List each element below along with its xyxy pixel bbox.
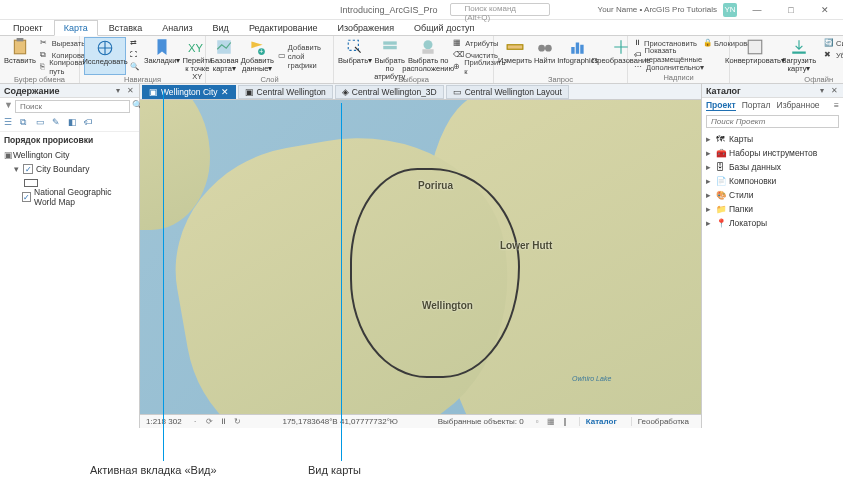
group-label-clipboard: Буфер обмена: [4, 75, 75, 84]
bottom-tab-catalog[interactable]: Каталог: [579, 417, 623, 426]
remove-button[interactable]: ✖Убрать: [822, 49, 843, 61]
label-view-icon[interactable]: 🏷: [84, 117, 96, 129]
label-icon: 🏷: [634, 50, 643, 60]
unplaced-button[interactable]: 🏷Показать неразмещённые: [632, 49, 725, 61]
ribbon-tab-edit[interactable]: Редактирование: [240, 21, 327, 35]
layer-city-boundary[interactable]: ▾✓City Boundary: [4, 162, 135, 176]
annotation-map-view: Вид карты: [308, 464, 361, 476]
paste-button[interactable]: Вставить: [4, 37, 36, 75]
select-button[interactable]: Выбрать▾: [338, 37, 372, 75]
close-tab-icon[interactable]: ✕: [221, 87, 229, 97]
catalog-tab-fav[interactable]: Избранное: [777, 100, 820, 111]
catalog-tab-project[interactable]: Проект: [706, 100, 736, 111]
more-labels-button[interactable]: ⋯Дополнительно▾: [632, 61, 725, 73]
constraint-icon[interactable]: ‖: [560, 416, 571, 427]
minimize-button[interactable]: —: [743, 1, 771, 19]
title-bar: Introducing_ArcGIS_Pro Поиск команд (Alt…: [0, 0, 843, 20]
checkbox-icon[interactable]: ✓: [22, 192, 31, 202]
select-by-attr-button[interactable]: Выбрать по атрибуту: [374, 37, 405, 75]
zoom-full[interactable]: ⛶: [128, 49, 142, 61]
download-map-button[interactable]: Загрузить карту▾: [778, 37, 820, 75]
snap-icon[interactable]: ▫: [532, 416, 543, 427]
bookmarks-button[interactable]: Закладки▾: [144, 37, 180, 75]
contents-options[interactable]: ▾: [113, 86, 123, 96]
rotation-icon[interactable]: ⟳: [204, 416, 215, 427]
catalog-options[interactable]: ▾: [817, 86, 827, 96]
edit-view-icon[interactable]: ✎: [52, 117, 64, 129]
svg-text:XY: XY: [188, 42, 204, 54]
grid-icon[interactable]: ▦: [546, 416, 557, 427]
catalog-menu-icon[interactable]: ≡: [834, 100, 839, 111]
filter-icon[interactable]: ▼: [4, 100, 13, 113]
svg-rect-19: [792, 52, 806, 54]
catalog-item-toolboxes[interactable]: ▸🧰Наборы инструментов: [706, 146, 839, 160]
add-data-button[interactable]: + Добавить данные▾: [241, 37, 274, 75]
ribbon-tab-insert[interactable]: Вставка: [100, 21, 151, 35]
convert-button[interactable]: Конвертировать▾: [734, 37, 776, 75]
catalog-item-folders[interactable]: ▸📁Папки: [706, 202, 839, 216]
view-tab-wellington-city[interactable]: ▣Wellington City✕: [142, 85, 236, 99]
layer-basemap[interactable]: ✓National Geographic World Map: [4, 190, 135, 204]
catalog-search[interactable]: [706, 115, 839, 128]
user-badge[interactable]: YN: [723, 3, 737, 17]
catalog-item-databases[interactable]: ▸🗄Базы данных: [706, 160, 839, 174]
catalog-close[interactable]: ✕: [829, 86, 839, 96]
sync-button[interactable]: 🔄Синхронизировать: [822, 37, 843, 49]
view-tab-central-wellington[interactable]: ▣Central Wellington: [238, 85, 333, 99]
contents-pane: Содержание ▾✕ ▼ 🔍 ☰ ⧉ ▭ ✎ ◧ 🏷 Порядок пр…: [0, 84, 140, 428]
catalog-item-styles[interactable]: ▸🎨Стили: [706, 188, 839, 202]
draw-order-icon[interactable]: ☰: [4, 117, 16, 129]
ribbon-tab-analysis[interactable]: Анализ: [153, 21, 201, 35]
catalog-tabs: Проект Портал Избранное ≡: [702, 98, 843, 113]
map-view[interactable]: Wellington Porirua Lower Hutt Owhiro Lak…: [140, 100, 701, 414]
bottom-tab-geoprocessing[interactable]: Геообработка: [631, 417, 695, 426]
group-label-navigate: Навигация: [84, 75, 201, 84]
catalog-tab-portal[interactable]: Портал: [742, 100, 771, 111]
ribbon-tab-share[interactable]: Общий доступ: [405, 21, 483, 35]
find-button[interactable]: Найти: [534, 37, 555, 75]
selection-view-icon[interactable]: ▭: [36, 117, 48, 129]
ribbon-tab-map[interactable]: Карта: [54, 20, 98, 36]
add-graphics-button[interactable]: ▭Добавить слой графики: [276, 50, 329, 62]
contents-search[interactable]: [15, 100, 130, 113]
view-tab-central-wellington-3d[interactable]: ◈Central Wellington_3D: [335, 85, 444, 99]
svg-rect-9: [383, 46, 397, 49]
ribbon-tab-imagery[interactable]: Изображения: [328, 21, 403, 35]
map-node[interactable]: ▣Wellington City: [4, 148, 135, 162]
ribbon-tab-view[interactable]: Вид: [204, 21, 238, 35]
refresh-icon[interactable]: ↻: [232, 416, 243, 427]
more-icon: ⋯: [634, 62, 644, 72]
link-icon: ⎘: [40, 62, 47, 72]
select-by-loc-button[interactable]: Выбрать по расположению: [407, 37, 449, 75]
ribbon-tab-project[interactable]: Проект: [4, 21, 52, 35]
catalog-pane: Каталог ▾✕ Проект Портал Избранное ≡ ▸🗺К…: [701, 84, 843, 428]
command-search[interactable]: Поиск команд (Alt+Q): [450, 3, 550, 16]
ribbon-tab-strip: Проект Карта Вставка Анализ Вид Редактир…: [0, 20, 843, 36]
scale-lock-icon[interactable]: ·: [190, 416, 201, 427]
catalog-item-locators[interactable]: ▸📍Локаторы: [706, 216, 839, 230]
zoom-prev[interactable]: 🔍: [128, 61, 142, 73]
catalog-item-layouts[interactable]: ▸📄Компоновки: [706, 174, 839, 188]
svg-rect-8: [383, 41, 397, 44]
contents-close[interactable]: ✕: [125, 86, 135, 96]
measure-button[interactable]: Измерить: [498, 37, 532, 75]
clipboard-icon: [11, 38, 29, 56]
user-label[interactable]: Your Name • ArcGIS Pro Tutorials: [598, 5, 717, 14]
pause-drawing-icon[interactable]: ⏸: [218, 416, 229, 427]
svg-point-14: [545, 45, 552, 52]
close-button[interactable]: ✕: [811, 1, 839, 19]
catalog-item-maps[interactable]: ▸🗺Карты: [706, 132, 839, 146]
pause-icon: ⏸: [634, 38, 642, 48]
svg-rect-17: [580, 45, 583, 54]
source-icon[interactable]: ⧉: [20, 117, 32, 129]
view-tab-layout[interactable]: ▭Central Wellington Layout: [446, 85, 569, 99]
snap-view-icon[interactable]: ◧: [68, 117, 80, 129]
convert-icon: [746, 38, 764, 56]
checkbox-icon[interactable]: ✓: [23, 164, 33, 174]
explore-button[interactable]: Исследовать: [84, 37, 126, 75]
basemap-button[interactable]: Базовая карта▾: [210, 37, 239, 75]
maximize-button[interactable]: □: [777, 1, 805, 19]
location-select-icon: [419, 38, 437, 56]
nav-arrows[interactable]: ⇄: [128, 37, 142, 49]
map-status-bar: 1:218 302 · ⟳ ⏸ ↻ 175,1783648°В 41,07777…: [140, 414, 701, 428]
